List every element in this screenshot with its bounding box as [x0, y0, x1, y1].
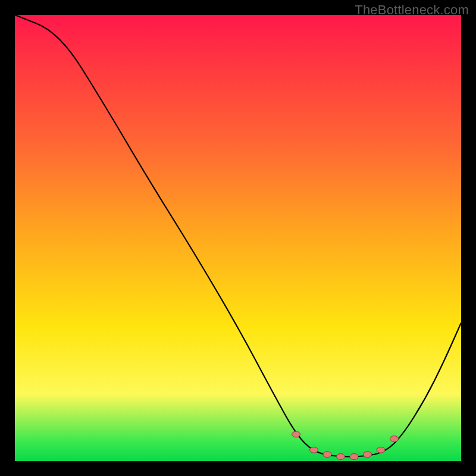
- optimum-marker: [310, 447, 318, 453]
- watermark-label: TheBottleneck.com: [355, 2, 469, 18]
- optimum-marker: [323, 452, 331, 458]
- optimum-marker: [364, 452, 372, 458]
- optimum-marker: [350, 454, 358, 460]
- plot-area: [15, 15, 461, 461]
- optimum-marker: [337, 454, 345, 460]
- optimum-marker: [292, 431, 300, 437]
- optimum-marker: [377, 447, 385, 453]
- bottleneck-curve: [15, 15, 461, 461]
- optimum-marker: [390, 436, 399, 442]
- curve-path: [15, 15, 461, 457]
- chart-frame: TheBottleneck.com: [0, 0, 476, 476]
